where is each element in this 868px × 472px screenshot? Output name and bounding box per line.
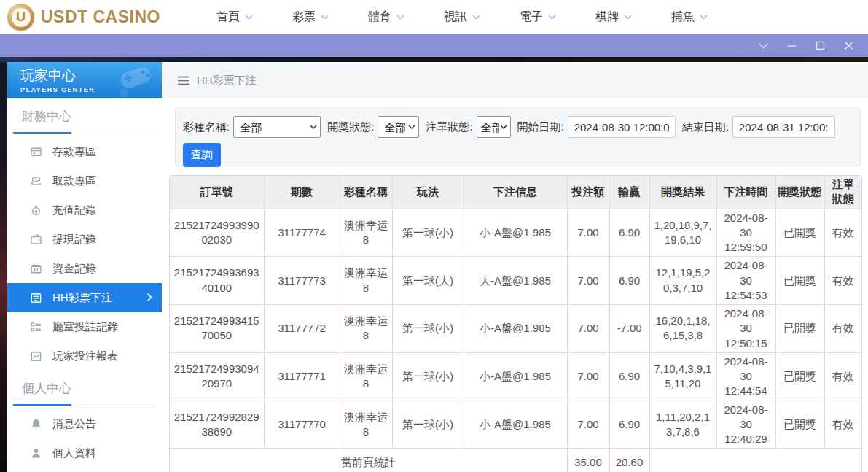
sidebar-item-player-bet-report[interactable]: 玩家投注報表 [7, 341, 162, 371]
bet-records-table: 訂單號 期數 彩種名稱 玩法 下注信息 投注額 輸贏 開獎結果 下注時間 開獎狀… [170, 176, 861, 472]
cell-lottery-name: 澳洲幸运8 [340, 257, 392, 305]
nav-label: 彩票 [292, 9, 316, 25]
cell-period: 31177771 [264, 352, 340, 401]
withdraw-record-icon [29, 233, 42, 246]
chevron-down-icon [321, 15, 329, 20]
cell-play-type: 第一球(小) [392, 352, 464, 401]
window-dropdown-icon[interactable] [759, 43, 768, 49]
section-underline [13, 132, 155, 134]
cell-bet-time: 2024-08-30 12:59:50 [716, 209, 775, 257]
nav-item-electronic[interactable]: 電子 [500, 9, 576, 25]
cell-play-type: 第一球(小) [392, 209, 464, 257]
cell-win-loss: -7.00 [609, 305, 649, 353]
section-underline [13, 404, 155, 406]
cell-win-loss: 6.90 [609, 352, 649, 401]
close-icon[interactable] [844, 41, 853, 50]
cell-order-no: 2152172499309420970 [170, 352, 264, 401]
minimize-icon[interactable] [787, 41, 797, 50]
summary-win-loss: 20.60 [609, 449, 649, 472]
cell-period: 31177770 [264, 401, 340, 449]
col-order-no: 訂單號 [170, 176, 264, 209]
sidebar-item-label: 廳室投註記錄 [52, 320, 118, 334]
logo-text: USDT CASINO [41, 7, 160, 27]
cell-order-no: 2152172499369340100 [170, 257, 264, 305]
player-report-icon [29, 350, 42, 363]
col-bet-info: 下注信息 [464, 176, 567, 209]
lottery-name-select[interactable]: 全部 [233, 116, 321, 138]
col-play-type: 玩法 [392, 176, 464, 209]
sidebar-item-recharge-record[interactable]: 充值記錄 [7, 196, 162, 225]
search-button[interactable]: 查詢 [183, 143, 221, 167]
withdrawal-icon [29, 175, 42, 187]
cell-draw-result: 12,1,19,5,20,3,7,10 [649, 257, 716, 305]
chevron-down-icon [396, 15, 404, 20]
cell-bet-info: 小-A盤@1.985 [464, 352, 567, 401]
logo-coin-icon: U [7, 4, 34, 31]
section-title-finance: 財務中心 [7, 108, 162, 125]
profile-icon [29, 447, 42, 460]
chevron-right-icon [146, 293, 152, 302]
table-row: 2152172499341570050 31177772 澳洲幸运8 第一球(小… [170, 305, 861, 353]
col-win-loss: 輸贏 [609, 176, 649, 209]
sidebar-item-deposit[interactable]: 存款專區 [7, 137, 162, 166]
nav-item-lottery[interactable]: 彩票 [273, 9, 348, 25]
cell-draw-result: 16,20,1,18,6,15,3,8 [649, 305, 716, 353]
background-image-edge [0, 62, 7, 472]
cell-bet-amount: 7.00 [567, 305, 609, 353]
cell-bet-time: 2024-08-30 12:50:15 [716, 305, 775, 353]
sidebar-item-hh-lottery-bet[interactable]: HH彩票下注 [7, 283, 162, 312]
sidebar-item-withdrawal[interactable]: 取款專區 [7, 166, 162, 196]
cell-bet-info: 小-A盤@1.985 [464, 401, 567, 449]
sidebar-item-label: 取款專區 [52, 174, 96, 188]
draw-status-select[interactable]: 全部 [378, 116, 419, 138]
site-logo[interactable]: U USDT CASINO [7, 4, 160, 31]
nav-item-chess[interactable]: 棋牌 [576, 9, 652, 25]
maximize-icon[interactable] [816, 41, 825, 50]
top-navbar: U USDT CASINO 首頁 彩票 體育 視訊 電子 棋牌 捕魚 [0, 0, 868, 34]
sidebar-item-profile[interactable]: 個人資料 [7, 438, 162, 468]
deposit-icon [29, 146, 42, 158]
cell-win-loss: 6.90 [609, 401, 649, 449]
sidebar-item-hall-bet-record[interactable]: 廳室投註記錄 [7, 312, 162, 341]
end-date-label: 結束日期: [682, 120, 729, 134]
cell-bet-amount: 7.00 [567, 401, 609, 449]
cell-draw-result: 7,10,4,3,9,15,11,20 [649, 352, 716, 401]
cell-play-type: 第一球(大) [392, 257, 464, 305]
cell-order-status: 有效 [824, 209, 861, 257]
filter-panel: 彩種名稱: 全部 開獎狀態: 全部 注單狀態: 全部 開始日期: 結束日期: 查… [175, 108, 861, 166]
nav-item-fishing[interactable]: 捕魚 [652, 9, 727, 25]
sidebar: 玩家中心 PLAYERS CENTER 財務中心 存款專區 取款專區 充值記錄 [7, 62, 162, 472]
sidebar-item-withdraw-record[interactable]: 提現記錄 [7, 225, 162, 254]
recharge-record-icon [29, 204, 42, 217]
nav-item-video[interactable]: 視訊 [424, 9, 500, 25]
logo-coin-letter: U [12, 8, 31, 27]
lottery-name-label: 彩種名稱: [183, 120, 230, 134]
nav-item-sports[interactable]: 體育 [348, 9, 424, 25]
cell-draw-status: 已開獎 [775, 209, 824, 257]
order-status-select[interactable]: 全部 [477, 116, 511, 138]
cell-play-type: 第一球(小) [392, 305, 464, 353]
summary-bet-total: 35.00 [567, 449, 609, 472]
menu-toggle-icon[interactable] [178, 76, 189, 85]
start-date-label: 開始日期: [517, 120, 564, 134]
table-header-row: 訂單號 期數 彩種名稱 玩法 下注信息 投注額 輸贏 開獎結果 下注時間 開獎狀… [170, 176, 861, 209]
nav-label: 視訊 [444, 9, 467, 25]
start-date-input[interactable] [568, 116, 676, 138]
cell-bet-info: 小-A盤@1.985 [464, 305, 567, 353]
cell-win-loss: 6.90 [609, 209, 649, 257]
sidebar-item-announcements[interactable]: 消息公告 [7, 409, 162, 438]
nav-item-home[interactable]: 首頁 [197, 9, 273, 25]
sidebar-item-label: 消息公告 [52, 417, 96, 431]
cell-order-no: 2152172499282938690 [170, 401, 264, 449]
cell-bet-info: 大-A盤@1.985 [464, 257, 567, 305]
chevron-down-icon [700, 15, 708, 20]
cell-lottery-name: 澳洲幸运8 [340, 401, 392, 449]
main-menu: 首頁 彩票 體育 視訊 電子 棋牌 捕魚 [197, 9, 727, 25]
sidebar-item-label: 個人資料 [52, 446, 96, 460]
cell-bet-amount: 7.00 [567, 209, 609, 257]
cell-order-no: 2152172499399002030 [170, 209, 264, 257]
gamepad-icon [115, 63, 157, 98]
sidebar-item-funds-record[interactable]: 資金記錄 [7, 254, 162, 283]
end-date-input[interactable] [732, 116, 835, 138]
chevron-down-icon [548, 15, 556, 20]
